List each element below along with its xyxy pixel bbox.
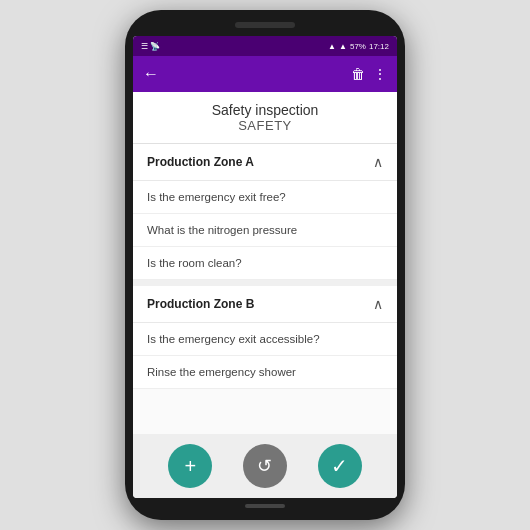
phone-frame: ☰ 📡 ▲ ▲ 57% 17:12 ← 🗑 ⋮ Safety inspectio… (125, 10, 405, 520)
item-text: Is the emergency exit free? (147, 191, 286, 203)
more-options-button[interactable]: ⋮ (373, 66, 387, 82)
refresh-button[interactable]: ↺ (243, 444, 287, 488)
section-header-a[interactable]: Production Zone A ∧ (133, 144, 397, 181)
confirm-button[interactable]: ✓ (318, 444, 362, 488)
chevron-up-icon-b: ∧ (373, 296, 383, 312)
chevron-up-icon-a: ∧ (373, 154, 383, 170)
list-item[interactable]: What is the nitrogen pressure (133, 214, 397, 247)
section-a-title: Production Zone A (147, 155, 254, 169)
phone-speaker (235, 22, 295, 28)
phone-screen: ☰ 📡 ▲ ▲ 57% 17:12 ← 🗑 ⋮ Safety inspectio… (133, 36, 397, 498)
status-right-info: ▲ ▲ 57% 17:12 (328, 42, 389, 51)
section-b-title: Production Zone B (147, 297, 254, 311)
signal-icon: ▲ (328, 42, 336, 51)
item-text: Is the room clean? (147, 257, 242, 269)
add-button[interactable]: + (168, 444, 212, 488)
list-item[interactable]: Is the emergency exit accessible? (133, 323, 397, 356)
section-header-b[interactable]: Production Zone B ∧ (133, 280, 397, 323)
back-button[interactable]: ← (143, 65, 159, 83)
page-title: Safety inspection (141, 102, 389, 118)
notification-icons: ☰ 📡 (141, 42, 160, 51)
battery-text: 57% (350, 42, 366, 51)
delete-button[interactable]: 🗑 (351, 66, 365, 82)
status-bar: ☰ 📡 ▲ ▲ 57% 17:12 (133, 36, 397, 56)
list-item[interactable]: Rinse the emergency shower (133, 356, 397, 389)
content-area: Production Zone A ∧ Is the emergency exi… (133, 144, 397, 434)
item-text: Is the emergency exit accessible? (147, 333, 320, 345)
home-bar (245, 504, 285, 508)
item-text: What is the nitrogen pressure (147, 224, 297, 236)
list-item[interactable]: Is the room clean? (133, 247, 397, 280)
bottom-bar: + ↺ ✓ (133, 434, 397, 498)
status-left-icons: ☰ 📡 (141, 42, 160, 51)
time-text: 17:12 (369, 42, 389, 51)
page-header: Safety inspection SAFETY (133, 92, 397, 144)
item-text: Rinse the emergency shower (147, 366, 296, 378)
list-item[interactable]: Is the emergency exit free? (133, 181, 397, 214)
wifi-icon: ▲ (339, 42, 347, 51)
toolbar: ← 🗑 ⋮ (133, 56, 397, 92)
page-subtitle: SAFETY (141, 118, 389, 133)
